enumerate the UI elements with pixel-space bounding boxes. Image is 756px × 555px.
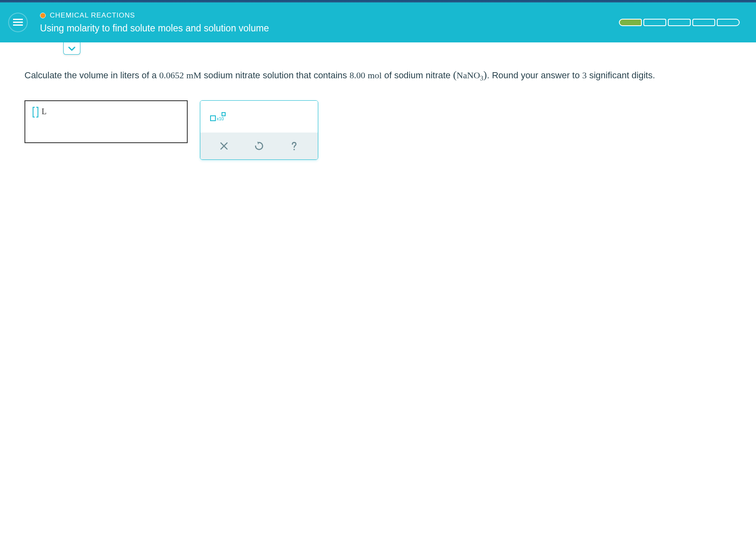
tool-bottom-row — [200, 133, 318, 159]
question-icon — [289, 141, 299, 151]
q-post: . Round your answer to — [487, 70, 582, 80]
progress-segment-4 — [692, 19, 715, 26]
answer-input[interactable]: L — [24, 100, 188, 143]
q-unit2: mol — [368, 70, 381, 80]
input-cursor-icon — [33, 107, 38, 117]
collapse-toggle[interactable] — [63, 42, 80, 55]
q-sigdig: 3 — [582, 70, 587, 80]
q-val2: 8.00 — [350, 70, 366, 80]
mantissa-box-icon — [210, 115, 216, 121]
content-area: Calculate the volume in liters of a 0.06… — [0, 42, 756, 555]
q-paren-open: ( — [453, 69, 457, 81]
hamburger-icon — [13, 19, 23, 26]
q-val1: 0.0652 — [159, 70, 184, 80]
q-unit1: mM — [186, 70, 202, 80]
tool-top-row: x10 — [200, 101, 318, 133]
answer-unit: L — [42, 107, 47, 116]
q-mid2: of sodium nitrate — [382, 70, 453, 80]
q-formula: NaNO — [457, 70, 480, 80]
answer-row: L x10 — [0, 96, 756, 164]
svg-rect-2 — [13, 24, 23, 26]
menu-button[interactable] — [8, 13, 28, 32]
chevron-down-icon — [68, 46, 75, 51]
close-icon — [219, 141, 229, 151]
q-formula-sub: 3 — [480, 74, 483, 82]
page-title: Using molarity to find solute moles and … — [40, 23, 269, 34]
help-button[interactable] — [284, 138, 304, 154]
svg-point-3 — [293, 149, 295, 150]
q-pre: Calculate the volume in liters of a — [24, 70, 159, 80]
tool-panel: x10 — [200, 100, 318, 160]
progress-segment-5 — [717, 19, 740, 26]
undo-icon — [254, 141, 264, 151]
scientific-notation-button[interactable]: x10 — [208, 111, 227, 123]
category-label: CHEMICAL REACTIONS — [50, 11, 135, 20]
category-dot-icon — [40, 13, 46, 18]
progress-segment-2 — [643, 19, 666, 26]
svg-rect-0 — [13, 19, 23, 20]
header-bar: CHEMICAL REACTIONS Using molarity to fin… — [0, 2, 756, 42]
header-text: CHEMICAL REACTIONS Using molarity to fin… — [40, 11, 269, 34]
question-text: Calculate the volume in liters of a 0.06… — [0, 42, 756, 96]
q-mid1: sodium nitrate solution that contains — [201, 70, 349, 80]
progress-segment-3 — [668, 19, 691, 26]
category-row: CHEMICAL REACTIONS — [40, 11, 269, 20]
x10-label: x10 — [217, 116, 224, 121]
undo-button[interactable] — [249, 138, 269, 154]
clear-button[interactable] — [214, 138, 234, 154]
q-post2: significant digits. — [587, 70, 655, 80]
progress-segment-1 — [619, 19, 642, 26]
svg-rect-1 — [13, 22, 23, 23]
progress-bar — [619, 19, 740, 26]
